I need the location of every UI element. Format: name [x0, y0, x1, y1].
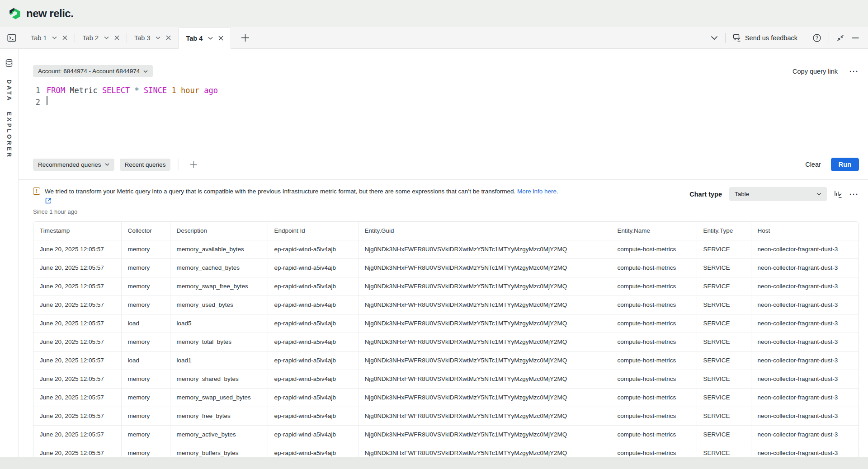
clear-button[interactable]: Clear — [805, 161, 821, 168]
chevron-down-icon — [105, 163, 109, 166]
run-button[interactable]: Run — [831, 158, 859, 171]
table-cell: memory_available_bytes — [170, 240, 268, 259]
table-cell: memory — [121, 240, 170, 259]
query-editor[interactable]: 1 FROM Metric SELECT * SINCE 1 hour ago … — [33, 84, 868, 158]
account-selector[interactable]: Account: 6844974 - Account 6844974 — [33, 65, 153, 77]
table-cell: memory_shared_bytes — [170, 370, 268, 389]
tab-4-active[interactable]: Tab 4 — [178, 27, 231, 49]
query-code: FROM Metric SELECT * SINCE 1 hour ago — [47, 84, 218, 96]
table-cell: ep-rapid-wind-a5iv4ajb — [268, 444, 358, 458]
warning-message: We tried to transform your Metric query … — [45, 188, 515, 195]
new-relic-logo: new relic. — [8, 7, 73, 20]
table-cell: June 20, 2025 12:05:57 — [33, 389, 121, 407]
tab-bar-right-controls: Send us feedback — [711, 27, 868, 48]
tab-3[interactable]: Tab 3 — [127, 27, 178, 48]
column-header[interactable]: Collector — [121, 222, 170, 240]
close-icon[interactable] — [62, 35, 67, 40]
column-header[interactable]: Description — [170, 222, 268, 240]
tab-label: Tab 1 — [31, 34, 47, 42]
table-cell: Njg0NDk3NHxFWFR8U0VSVklDRXwtMzY5NTc1MTYy… — [358, 426, 611, 444]
recommended-queries-label: Recommended queries — [38, 161, 101, 168]
chevron-down-icon[interactable] — [156, 36, 160, 39]
table-cell: June 20, 2025 12:05:57 — [33, 333, 121, 352]
tab-2[interactable]: Tab 2 — [75, 27, 126, 48]
minimize-icon[interactable] — [852, 37, 859, 39]
table-cell: SERVICE — [697, 444, 751, 458]
chevron-down-icon[interactable] — [208, 37, 213, 40]
account-selector-label: Account: 6844974 - Account 6844974 — [38, 68, 140, 75]
table-cell: SERVICE — [697, 426, 751, 444]
table-cell: neon-collector-fragrant-dust-3 — [751, 314, 859, 333]
recommended-queries-button[interactable]: Recommended queries — [33, 159, 114, 171]
column-header[interactable]: Entity.Guid — [358, 222, 611, 240]
table-cell: compute-host-metrics — [611, 352, 697, 370]
column-header[interactable]: Timestamp — [33, 222, 121, 240]
table-cell: compute-host-metrics — [611, 389, 697, 407]
collapse-panel-chevron-icon[interactable] — [711, 36, 718, 40]
help-icon[interactable] — [812, 33, 821, 42]
table-row: June 20, 2025 12:05:57memorymemory_cache… — [33, 259, 859, 277]
table-cell: neon-collector-fragrant-dust-3 — [751, 426, 859, 444]
token-entity: Metric — [70, 86, 97, 95]
send-feedback-button[interactable]: Send us feedback — [733, 33, 797, 42]
column-header[interactable]: Entity.Type — [697, 222, 751, 240]
table-cell: memory_buffers_bytes — [170, 444, 268, 458]
chevron-down-icon[interactable] — [52, 36, 57, 39]
recent-queries-button[interactable]: Recent queries — [120, 159, 171, 171]
table-cell: ep-rapid-wind-a5iv4ajb — [268, 240, 358, 259]
table-cell: SERVICE — [697, 277, 751, 296]
close-icon[interactable] — [166, 35, 171, 40]
divider — [829, 33, 829, 43]
table-cell: Njg0NDk3NHxFWFR8U0VSVklDRXwtMzY5NTc1MTYy… — [358, 352, 611, 370]
more-options-icon[interactable]: ··· — [849, 190, 859, 198]
table-cell: memory — [121, 389, 170, 407]
table-cell: compute-host-metrics — [611, 426, 697, 444]
table-cell: June 20, 2025 12:05:57 — [33, 296, 121, 314]
table-cell: memory — [121, 277, 170, 296]
table-row: June 20, 2025 12:05:57memorymemory_buffe… — [33, 444, 859, 458]
query-console-button[interactable] — [0, 27, 24, 48]
chevron-down-icon[interactable] — [104, 36, 109, 39]
more-options-icon[interactable]: ··· — [849, 67, 859, 75]
query-header: Account: 6844974 - Account 6844974 Copy … — [33, 65, 859, 77]
copy-query-link-button[interactable]: Copy query link — [793, 68, 838, 75]
chart-type-select[interactable]: Table — [729, 187, 827, 201]
table-cell: compute-host-metrics — [611, 333, 697, 352]
more-info-link[interactable]: More info here. — [517, 188, 558, 195]
column-header[interactable]: Host — [751, 222, 859, 240]
table-cell: SERVICE — [697, 259, 751, 277]
table-cell: Njg0NDk3NHxFWFR8U0VSVklDRXwtMzY5NTc1MTYy… — [358, 444, 611, 458]
close-icon[interactable] — [218, 36, 223, 41]
database-icon[interactable] — [5, 59, 13, 68]
table-cell: memory_swap_used_bytes — [170, 389, 268, 407]
time-range-label: Since 1 hour ago — [33, 208, 679, 215]
table-cell: neon-collector-fragrant-dust-3 — [751, 259, 859, 277]
tab-label: Tab 4 — [186, 35, 203, 42]
column-header[interactable]: Endpoint Id — [268, 222, 358, 240]
tab-label: Tab 3 — [134, 34, 150, 42]
table-cell: June 20, 2025 12:05:57 — [33, 352, 121, 370]
table-row: June 20, 2025 12:05:57memorymemory_activ… — [33, 426, 859, 444]
table-cell: SERVICE — [697, 296, 751, 314]
close-icon[interactable] — [114, 35, 119, 40]
tab-1[interactable]: Tab 1 — [24, 27, 75, 48]
table-cell: neon-collector-fragrant-dust-3 — [751, 277, 859, 296]
query-header-right: Copy query link ··· — [793, 67, 859, 75]
table-row: June 20, 2025 12:05:57memorymemory_swap_… — [33, 277, 859, 296]
table-cell: ep-rapid-wind-a5iv4ajb — [268, 277, 358, 296]
divider — [725, 33, 726, 43]
table-cell: SERVICE — [697, 333, 751, 352]
table-cell: memory_total_bytes — [170, 333, 268, 352]
table-cell: memory — [121, 407, 170, 426]
page: new relic. Tab 1 Tab 2 Tab 3 — [0, 0, 868, 469]
token-select: SELECT — [102, 86, 130, 95]
add-query-button[interactable] — [187, 161, 200, 169]
external-link-icon[interactable] — [45, 197, 558, 205]
chart-edit-icon[interactable] — [834, 190, 842, 198]
warning-block: ! We tried to transform your Metric quer… — [33, 187, 679, 215]
query-toolbar: Recommended queries Recent queries Clear… — [33, 158, 859, 171]
collapse-window-icon[interactable] — [836, 34, 844, 42]
add-tab-button[interactable] — [231, 27, 259, 48]
column-header[interactable]: Entity.Name — [611, 222, 697, 240]
table-row: June 20, 2025 12:05:57loadload5ep-rapid-… — [33, 314, 859, 333]
